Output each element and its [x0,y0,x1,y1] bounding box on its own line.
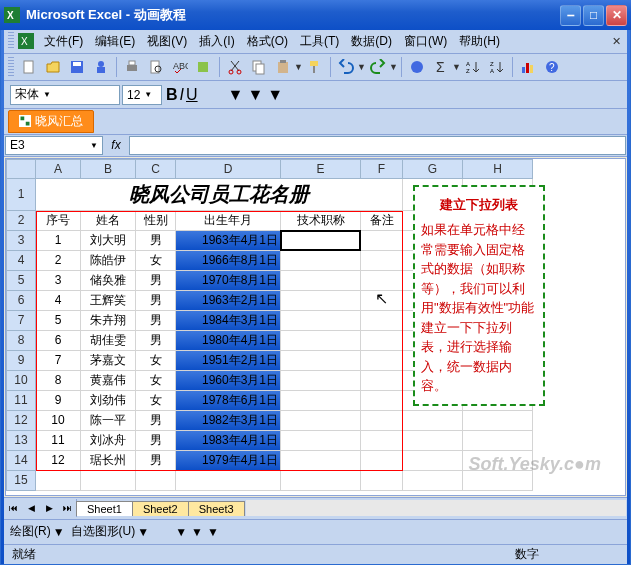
data-cell[interactable]: 黄嘉伟 [81,371,136,391]
row-header-4[interactable]: 4 [6,251,36,271]
col-header-G[interactable]: G [403,159,463,179]
data-cell[interactable]: 12 [36,451,81,471]
data-cell[interactable]: 1 [36,231,81,251]
menu-insert[interactable]: 插入(I) [193,31,240,52]
data-cell[interactable]: 女 [136,251,176,271]
row-header-13[interactable]: 13 [6,431,36,451]
sheet-tab-Sheet3[interactable]: Sheet3 [188,501,245,516]
data-cell[interactable]: 8 [36,371,81,391]
data-cell[interactable]: 男 [136,231,176,251]
data-cell[interactable]: 2 [36,251,81,271]
undo-button[interactable] [335,56,357,78]
data-cell[interactable] [361,291,403,311]
workbook-tab[interactable]: 晓风汇总 [8,110,94,133]
data-cell[interactable] [281,451,361,471]
data-cell[interactable] [281,231,361,251]
menu-window[interactable]: 窗口(W) [398,31,453,52]
data-cell[interactable]: 7 [36,351,81,371]
data-cell[interactable]: 1963年4月1日 [176,231,281,251]
sheet-tab-Sheet1[interactable]: Sheet1 [76,501,133,516]
autosum-button[interactable]: Σ [430,56,452,78]
data-cell[interactable]: 刘冰舟 [81,431,136,451]
research-button[interactable] [193,56,215,78]
cut-button[interactable] [224,56,246,78]
data-cell[interactable] [281,371,361,391]
name-box[interactable]: E3▼ [5,136,103,155]
data-cell[interactable]: 女 [136,391,176,411]
italic-button[interactable]: I [180,86,184,104]
data-cell[interactable] [361,251,403,271]
data-cell[interactable]: 胡佳雯 [81,331,136,351]
save-button[interactable] [66,56,88,78]
col-header-B[interactable]: B [81,159,136,179]
col-header-D[interactable]: D [176,159,281,179]
col-header-H[interactable]: H [463,159,533,179]
select-all-corner[interactable] [6,159,36,179]
menu-file[interactable]: 文件(F) [38,31,89,52]
spreadsheet-grid[interactable]: ABCDEFGH 123456789101112131415 晓风公司员工花名册… [5,158,626,496]
spellcheck-button[interactable]: ABC [169,56,191,78]
paste-button[interactable] [272,56,294,78]
title-cell[interactable]: 晓风公司员工花名册 [36,179,403,211]
data-cell[interactable]: 男 [136,271,176,291]
data-cell[interactable]: 男 [136,431,176,451]
data-cell[interactable]: 1951年2月1日 [176,351,281,371]
data-cell[interactable]: 3 [36,271,81,291]
data-cell[interactable]: 1979年4月1日 [176,451,281,471]
data-cell[interactable]: 男 [136,311,176,331]
menu-tools[interactable]: 工具(T) [294,31,345,52]
minimize-button[interactable]: ‒ [560,5,581,26]
sort-desc-button[interactable]: ZA [486,56,508,78]
row-header-6[interactable]: 6 [6,291,36,311]
permission-button[interactable] [90,56,112,78]
col-header-F[interactable]: F [361,159,403,179]
menu-help[interactable]: 帮助(H) [453,31,506,52]
header-cell[interactable]: 序号 [36,211,81,231]
maximize-button[interactable]: □ [583,5,604,26]
data-cell[interactable]: 储奂雅 [81,271,136,291]
sort-asc-button[interactable]: AZ [462,56,484,78]
row-header-2[interactable]: 2 [6,211,36,231]
data-cell[interactable] [463,411,533,431]
data-cell[interactable] [361,371,403,391]
sheet-tab-Sheet2[interactable]: Sheet2 [132,501,189,516]
grip-handle[interactable] [8,32,14,50]
data-cell[interactable] [281,271,361,291]
data-cell[interactable] [81,471,136,491]
data-cell[interactable] [281,291,361,311]
data-cell[interactable] [281,411,361,431]
menu-data[interactable]: 数据(D) [345,31,398,52]
help-button[interactable]: ? [541,56,563,78]
print-button[interactable] [121,56,143,78]
data-cell[interactable]: 刘大明 [81,231,136,251]
data-cell[interactable] [463,431,533,451]
data-cell[interactable]: 1970年8月1日 [176,271,281,291]
row-header-8[interactable]: 8 [6,331,36,351]
data-cell[interactable] [361,471,403,491]
col-header-C[interactable]: C [136,159,176,179]
data-cell[interactable] [361,351,403,371]
fx-button[interactable]: fx [104,135,128,156]
data-cell[interactable] [281,471,361,491]
data-cell[interactable]: 陈一平 [81,411,136,431]
data-cell[interactable]: 男 [136,411,176,431]
doc-close-button[interactable]: ✕ [609,34,623,48]
data-cell[interactable]: 男 [136,451,176,471]
data-cell[interactable]: 11 [36,431,81,451]
data-cell[interactable]: 朱卉翔 [81,311,136,331]
data-cell[interactable] [403,431,463,451]
header-cell[interactable]: 出生年月 [176,211,281,231]
preview-button[interactable] [145,56,167,78]
data-cell[interactable]: 1960年3月1日 [176,371,281,391]
row-header-15[interactable]: 15 [6,471,36,491]
row-header-7[interactable]: 7 [6,311,36,331]
data-cell[interactable] [281,431,361,451]
data-cell[interactable]: 1978年6月1日 [176,391,281,411]
header-cell[interactable]: 技术职称 [281,211,361,231]
formula-input[interactable] [129,136,626,155]
close-button[interactable]: ✕ [606,5,627,26]
data-cell[interactable]: 1963年2月1日 [176,291,281,311]
data-cell[interactable]: 1966年8月1日 [176,251,281,271]
data-cell[interactable] [281,351,361,371]
font-name-combo[interactable]: 宋体▼ [10,85,120,105]
